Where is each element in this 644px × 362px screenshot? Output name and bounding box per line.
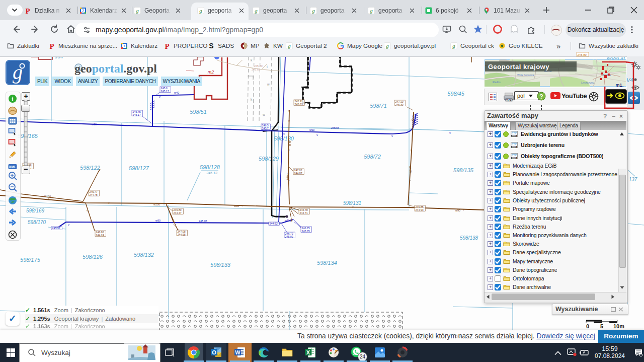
svg-text:v: v: [391, 134, 393, 137]
svg-text:v: v: [316, 133, 318, 136]
svg-text:t: t: [267, 65, 268, 68]
svg-text:244.87: 244.87: [294, 172, 302, 175]
svg-text:w180: w180: [44, 194, 51, 198]
svg-text:245.63: 245.63: [252, 68, 260, 71]
svg-text:598/133: 598/133: [210, 262, 231, 268]
svg-text:245.13: 245.13: [206, 171, 217, 175]
svg-text:598/169: 598/169: [26, 208, 45, 213]
svg-text:598/126: 598/126: [83, 254, 103, 260]
svg-text:245.17: 245.17: [133, 113, 141, 116]
svg-text:w90: w90: [233, 204, 239, 207]
svg-text:g: g: [312, 8, 315, 14]
svg-text:245.63: 245.63: [295, 103, 303, 106]
svg-text:Wola Kopcowa: Wola Kopcowa: [517, 74, 534, 77]
svg-text:598/135: 598/135: [453, 167, 474, 173]
svg-text:v: v: [68, 223, 69, 226]
svg-text:245.02: 245.02: [285, 235, 293, 238]
svg-text:X: X: [306, 349, 310, 355]
svg-text:v: v: [91, 219, 92, 222]
svg-text:v: v: [449, 131, 451, 134]
svg-text:P: P: [49, 42, 54, 49]
svg-text:598/128: 598/128: [200, 164, 220, 170]
svg-text:244.47: 244.47: [174, 211, 182, 214]
svg-text:w90: w90: [309, 128, 314, 131]
svg-text:v: v: [242, 204, 243, 207]
svg-text:w90: w90: [91, 123, 97, 126]
svg-text:598/51: 598/51: [190, 109, 207, 115]
svg-text:v: v: [283, 132, 285, 135]
svg-text:v: v: [288, 109, 290, 112]
svg-text:g: g: [370, 8, 373, 14]
svg-text:v: v: [410, 179, 411, 182]
svg-text:g: g: [288, 43, 291, 49]
svg-text:244.92: 244.92: [270, 222, 278, 225]
svg-text:598/170: 598/170: [28, 220, 46, 225]
svg-text:w: w: [262, 113, 265, 116]
svg-text:WMS: WMS: [512, 146, 517, 148]
svg-text:v: v: [412, 118, 413, 121]
svg-text:w90: w90: [455, 209, 460, 212]
svg-text:598/71: 598/71: [370, 103, 387, 109]
svg-text:v: v: [288, 119, 290, 122]
svg-text:598/130: 598/130: [274, 135, 294, 141]
svg-text:598/175: 598/175: [20, 257, 41, 263]
svg-text:137: 137: [629, 177, 637, 182]
svg-text:WMS: WMS: [506, 99, 512, 102]
svg-text:g: g: [199, 8, 202, 14]
svg-text:v: v: [159, 95, 160, 98]
svg-text:v: v: [288, 149, 290, 152]
svg-text:598/138: 598/138: [460, 235, 478, 241]
svg-text:XML: XML: [9, 165, 17, 169]
svg-text:w90: w90: [155, 219, 160, 222]
svg-text:7: 7: [82, 9, 84, 13]
svg-text:10m: 10m: [613, 323, 624, 329]
svg-text:P: P: [25, 7, 30, 14]
svg-text:w200: w200: [153, 203, 160, 206]
svg-text:598/45: 598/45: [447, 91, 465, 97]
svg-text:245.80: 245.80: [254, 64, 263, 67]
svg-text:244.78: 244.78: [90, 193, 98, 196]
svg-text:P: P: [165, 42, 169, 49]
svg-text:WMS: WMS: [512, 135, 517, 137]
svg-text:v: v: [411, 149, 412, 152]
svg-text:598/132: 598/132: [134, 252, 154, 258]
svg-text:w110: w110: [284, 219, 291, 222]
svg-text:5: 5: [600, 323, 603, 329]
svg-text:24548: 24548: [331, 126, 339, 129]
svg-text:598/127: 598/127: [129, 165, 149, 171]
svg-text:598/129: 598/129: [259, 156, 279, 162]
svg-text:Leszczyny: Leszczyny: [581, 81, 594, 84]
svg-text:244.24: 244.24: [96, 234, 104, 237]
svg-text:w100: w100: [409, 166, 412, 173]
svg-text:?: ?: [539, 93, 543, 100]
svg-text:O: O: [212, 349, 216, 355]
svg-text:g: g: [136, 8, 139, 14]
svg-text:245.17: 245.17: [161, 90, 169, 93]
svg-text:m2: m2: [208, 69, 214, 75]
svg-text:v: v: [87, 209, 88, 212]
svg-text:598/122: 598/122: [80, 165, 100, 171]
svg-text:598/134: 598/134: [317, 260, 337, 266]
svg-text:245.30: 245.30: [395, 103, 404, 106]
svg-text:245.37: 245.37: [52, 227, 60, 230]
svg-text:g: g: [386, 43, 389, 49]
svg-text:598/72: 598/72: [364, 154, 381, 160]
svg-text:w: w: [267, 83, 270, 86]
svg-text:244.71: 244.71: [300, 211, 308, 214]
svg-text:W: W: [235, 349, 240, 355]
svg-text:244.93: 244.93: [416, 208, 424, 211]
svg-text:245.7: 245.7: [262, 127, 269, 130]
svg-text:g: g: [452, 43, 455, 49]
svg-text:0: 0: [586, 323, 589, 329]
svg-text:v: v: [463, 208, 464, 211]
svg-text:S: S: [209, 42, 213, 49]
svg-text:Radlin: Radlin: [493, 81, 501, 84]
svg-text:g: g: [255, 8, 258, 14]
svg-text:v: v: [108, 201, 110, 204]
svg-text:244.58: 244.58: [178, 233, 186, 236]
svg-text:w40: w40: [174, 91, 179, 94]
svg-text:245.05: 245.05: [302, 230, 310, 233]
svg-text:7: 7: [123, 44, 125, 48]
svg-text:WMS: WMS: [512, 157, 517, 159]
svg-text:245.06: 245.06: [199, 220, 207, 223]
